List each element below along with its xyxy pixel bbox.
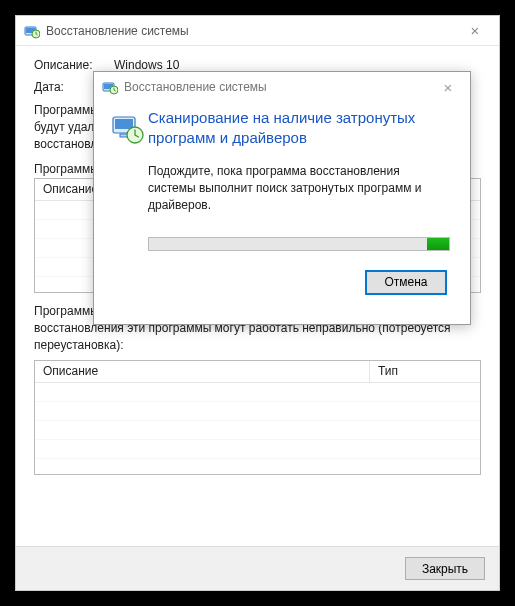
close-icon[interactable]: × [434, 79, 462, 96]
monitor-clock-icon [108, 108, 148, 294]
window-titlebar: Восстановление системы × [16, 16, 499, 46]
svg-rect-7 [115, 119, 133, 129]
system-restore-icon [24, 23, 40, 39]
cancel-button[interactable]: Отмена [366, 271, 446, 294]
restored-table-body [35, 383, 480, 474]
description-row: Описание: Windows 10 [34, 58, 481, 72]
dialog-message: Подождите, пока программа восстановления… [148, 163, 450, 215]
close-icon[interactable]: × [459, 23, 491, 38]
dialog-titlebar: Восстановление системы × [94, 72, 470, 102]
dialog-title: Восстановление системы [124, 80, 434, 94]
close-button[interactable]: Закрыть [405, 557, 485, 580]
restored-table: Описание Тип [34, 360, 481, 475]
progress-bar [148, 237, 450, 251]
dialog-heading: Сканирование на наличие затронутых прогр… [148, 108, 450, 149]
system-restore-icon [102, 79, 118, 95]
description-label: Описание: [34, 58, 114, 72]
col-type[interactable]: Тип [370, 361, 480, 382]
window-footer: Закрыть [16, 546, 499, 590]
progress-indicator [427, 238, 449, 250]
description-value: Windows 10 [114, 58, 481, 72]
window-title: Восстановление системы [46, 24, 459, 38]
dialog-footer: Отмена [148, 271, 450, 294]
dialog-body: Сканирование на наличие затронутых прогр… [94, 102, 470, 306]
restored-table-header: Описание Тип [35, 361, 480, 383]
scanning-dialog: Восстановление системы × Сканирование на… [93, 71, 471, 325]
col-description[interactable]: Описание [35, 361, 370, 382]
